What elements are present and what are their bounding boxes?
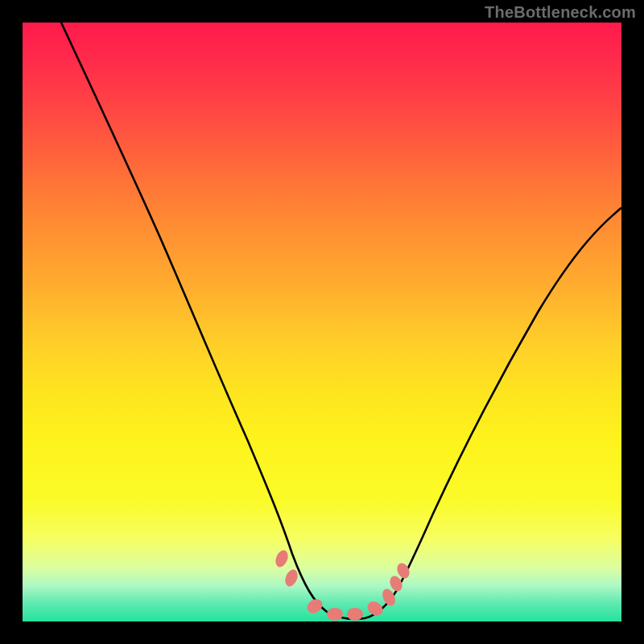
- chart-frame: TheBottleneck.com: [0, 0, 644, 644]
- marker-point: [327, 608, 343, 621]
- marker-point: [283, 568, 299, 588]
- plot-area: [23, 23, 621, 621]
- bottleneck-curve: [23, 23, 621, 621]
- marker-point: [347, 608, 363, 621]
- watermark-text: TheBottleneck.com: [485, 3, 636, 22]
- marker-point: [273, 548, 290, 569]
- marker-point: [365, 599, 386, 619]
- curve-path: [61, 23, 621, 619]
